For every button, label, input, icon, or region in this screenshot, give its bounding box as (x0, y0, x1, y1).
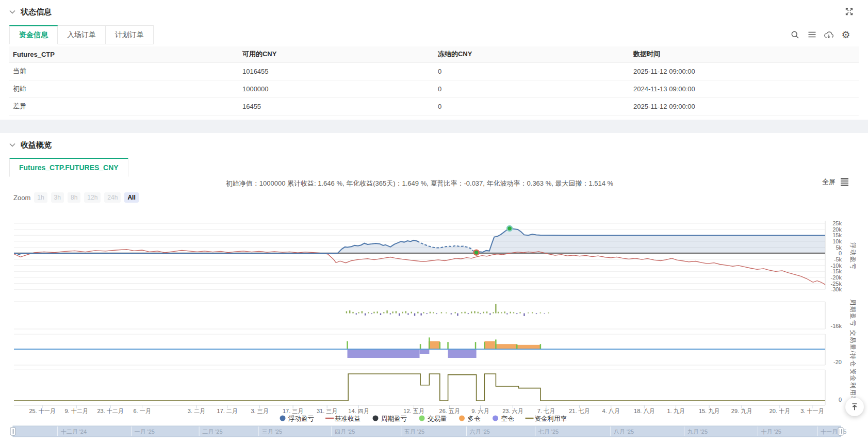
legend-item[interactable]: 多仓 (459, 415, 481, 422)
table-cell: 差异 (9, 97, 238, 115)
navigator[interactable]: 十二月 '24一月 '25二月 '25三月 '25四月 '25五月 '25六月 … (10, 426, 846, 437)
navigator-label: 十二月 '24 (61, 429, 87, 435)
tab-planned-orders[interactable]: 计划订单 (106, 25, 154, 44)
fund-table-header-row: Futures_CTP 可用的CNY 冻结的CNY 数据时间 (9, 46, 859, 62)
event-marker[interactable] (507, 226, 512, 231)
svg-text:基准收益: 基准收益 (335, 415, 361, 422)
navigator-label: 三月 '25 (262, 429, 282, 435)
chart-fullscreen-button[interactable]: 全屏 (822, 177, 836, 187)
performance-stats: 初始净值：1000000 累计收益: 1.646 %, 年化收益(365天)：1… (14, 179, 825, 188)
status-toolbar: ⚙ (789, 29, 851, 40)
table-cell: 2025-11-12 09:00:00 (629, 62, 859, 80)
chart-context-menu-icon[interactable] (841, 178, 848, 186)
col-futures-ctp: Futures_CTP (9, 46, 238, 62)
zoom-button-12h[interactable]: 12h (84, 192, 101, 203)
back-to-top-button[interactable] (845, 398, 864, 416)
navigator-label: 二月 '25 (202, 429, 222, 435)
menu-icon[interactable] (806, 29, 817, 40)
col-available-cny: 可用的CNY (238, 46, 434, 62)
event-marker[interactable] (474, 250, 479, 255)
chart-toolbar: 全屏 (822, 177, 848, 187)
table-cell: 2024-11-13 09:00:00 (629, 80, 859, 97)
status-title: 状态信息 (21, 7, 52, 17)
profit-tabs: Futures_CTP.FUTURES_CNY (9, 158, 128, 177)
cloud-download-icon[interactable] (823, 29, 834, 40)
profit-header: 收益概览 (9, 139, 52, 151)
table-row: 差异1645502025-11-12 09:00:00 (9, 97, 859, 115)
tab-entry-orders[interactable]: 入场订单 (58, 25, 106, 44)
zoom-label: Zoom (13, 194, 30, 202)
status-header: 状态信息 (9, 6, 52, 18)
svg-text:多仓: 多仓 (468, 415, 481, 422)
legend-item[interactable]: 空仓 (493, 415, 514, 422)
table-cell[interactable]: 当前 (9, 62, 238, 80)
col-frozen-cny: 冻结的CNY (434, 46, 629, 62)
table-row: 当前101645502025-11-12 09:00:00 (9, 62, 859, 80)
zoom-button-1h[interactable]: 1h (34, 192, 47, 203)
navigator-label: 九月 '25 (687, 429, 708, 435)
table-cell: 2025-11-12 09:00:00 (629, 97, 859, 115)
navigator-handle[interactable] (10, 427, 15, 435)
status-tabs: 资金信息 入场订单 计划订单 (9, 25, 154, 44)
collapse-chevron-icon[interactable] (9, 143, 15, 147)
table-cell: 1000000 (238, 80, 434, 97)
page: 状态信息 资金信息 入场订单 计划订单 (0, 0, 868, 444)
tab-fund-info[interactable]: 资金信息 (9, 25, 58, 44)
svg-text:周期盈亏: 周期盈亏 (381, 415, 407, 422)
svg-text:资金利用率: 资金利用率 (535, 415, 567, 422)
fullscreen-icon[interactable] (845, 7, 854, 18)
navigator-label: 五月 '25 (404, 429, 424, 435)
zoom-button-3h[interactable]: 3h (51, 192, 64, 203)
table-cell: 1016455 (238, 62, 434, 80)
zoom-button-24h[interactable]: 24h (104, 192, 121, 203)
navigator-label: 六月 '25 (470, 429, 490, 435)
zoom-controls: Zoom 1h3h8h12h24hAll (13, 192, 139, 203)
search-icon[interactable] (789, 29, 800, 40)
table-cell: 初始 (9, 80, 238, 97)
section-divider (0, 120, 868, 133)
navigator-label: 十月 '25 (761, 429, 781, 435)
status-card: 状态信息 资金信息 入场订单 计划订单 (0, 0, 868, 120)
zoom-button-all[interactable]: All (124, 192, 138, 203)
table-cell: 16455 (238, 97, 434, 115)
svg-text:交易量: 交易量 (428, 415, 447, 422)
fund-table: Futures_CTP 可用的CNY 冻结的CNY 数据时间 当前1016455… (9, 46, 859, 116)
profit-card: 收益概览 Futures_CTP.FUTURES_CNY 初始净值：100000… (0, 133, 868, 444)
zoom-button-8h[interactable]: 8h (68, 192, 80, 203)
navigator-label: 七月 '25 (538, 429, 559, 435)
collapse-chevron-icon[interactable] (9, 10, 15, 14)
navigator-label: 四月 '25 (335, 429, 355, 435)
table-row: 初始100000002024-11-13 09:00:00 (9, 80, 859, 97)
tab-futures-ctp-cny[interactable]: Futures_CTP.FUTURES_CNY (9, 158, 128, 177)
table-cell: 0 (434, 80, 629, 97)
settings-icon[interactable]: ⚙ (840, 29, 851, 40)
col-data-time: 数据时间 (629, 46, 859, 62)
table-cell: 0 (434, 62, 629, 80)
svg-text:空仓: 空仓 (501, 415, 515, 422)
svg-text:浮动盈亏: 浮动盈亏 (288, 415, 314, 422)
table-cell: 0 (434, 97, 629, 115)
navigator-label: 一月 '25 (135, 429, 155, 435)
navigator-label: 八月 '25 (614, 429, 634, 435)
navigator-handle[interactable] (838, 427, 843, 435)
profit-title: 收益概览 (21, 140, 52, 150)
